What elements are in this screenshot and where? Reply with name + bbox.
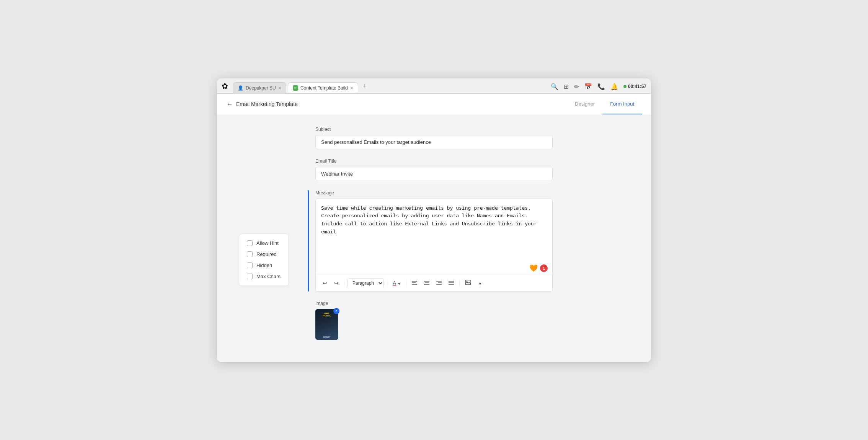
align-right-icon xyxy=(436,280,442,286)
toolbar-divider-4 xyxy=(459,280,460,287)
tab2-label: Content Template Build xyxy=(300,85,348,91)
subject-label: Subject xyxy=(315,127,553,132)
tab2-close-icon[interactable]: × xyxy=(350,85,353,91)
browser-chrome: ✿ 👤 Deepakper SU × ✏ Content Template Bu… xyxy=(217,78,651,94)
align-right-button[interactable] xyxy=(434,279,444,288)
calendar-icon[interactable]: 📅 xyxy=(584,83,592,90)
form-container: Allow Hint Required Hidden Max Chars Sub… xyxy=(315,127,553,341)
browser-actions: 🔍 ⊞ ✏ 📅 📞 🔔 00:41:57 xyxy=(551,83,646,90)
heart-icon[interactable]: 🧡 xyxy=(529,264,538,272)
sidebar-checkboxes: Allow Hint Required Hidden Max Chars xyxy=(239,234,289,286)
tab1-label: Deepakper SU xyxy=(246,85,276,91)
allow-hint-checkbox[interactable] xyxy=(247,240,253,246)
hidden-label: Hidden xyxy=(256,262,272,268)
hidden-checkbox[interactable] xyxy=(247,262,253,268)
back-nav[interactable]: ← Email Marketing Template xyxy=(226,100,298,108)
subject-field-group: Subject xyxy=(315,127,553,149)
align-justify-button[interactable] xyxy=(446,279,456,288)
image-toolbar-button[interactable] xyxy=(463,278,473,288)
redo-button[interactable]: ↪ xyxy=(332,279,341,288)
browser-window: ✿ 👤 Deepakper SU × ✏ Content Template Bu… xyxy=(217,78,651,362)
tab-designer[interactable]: Designer xyxy=(567,94,602,114)
toolbar-divider-3 xyxy=(406,280,406,287)
align-justify-icon xyxy=(449,280,454,286)
message-label: Message xyxy=(315,190,553,196)
image-preview-disney: DISNEY xyxy=(315,336,338,338)
message-container: Save time while creating marketing email… xyxy=(315,199,553,292)
checkbox-allow-hint[interactable]: Allow Hint xyxy=(247,240,281,246)
email-title-label: Email Title xyxy=(315,158,553,164)
font-color-chevron: ▼ xyxy=(397,282,401,286)
allow-hint-label: Allow Hint xyxy=(256,240,279,246)
tab-form-input[interactable]: Form Input xyxy=(602,94,642,114)
checkbox-hidden[interactable]: Hidden xyxy=(247,262,281,268)
app-header: ← Email Marketing Template Designer Form… xyxy=(217,94,651,115)
browser-tab-1[interactable]: 👤 Deepakper SU × xyxy=(233,82,286,93)
required-checkbox[interactable] xyxy=(247,251,253,257)
image-toolbar-icon xyxy=(465,280,471,286)
header-tabs: Designer Form Input xyxy=(567,94,642,114)
checkbox-max-chars[interactable]: Max Chars xyxy=(247,274,281,279)
tab2-icon: ✏ xyxy=(293,85,298,91)
message-count-badge: 1 xyxy=(540,264,548,272)
add-tab-button[interactable]: + xyxy=(360,81,370,91)
grid-icon[interactable]: ⊞ xyxy=(564,83,569,90)
browser-tab-2[interactable]: ✏ Content Template Build × xyxy=(288,82,358,93)
align-left-icon xyxy=(412,280,417,286)
message-toolbar: ↩ ↪ Paragraph Heading 1 Heading 2 A ▼ xyxy=(316,275,552,291)
image-field-group: Image OWLHOUSE DISNEY × xyxy=(315,301,553,341)
align-center-button[interactable] xyxy=(422,279,432,288)
bell-icon[interactable]: 🔔 xyxy=(610,83,618,90)
search-icon[interactable]: 🔍 xyxy=(551,83,558,90)
message-icons-row: 🧡 1 xyxy=(316,262,552,275)
image-remove-button[interactable]: × xyxy=(333,308,339,314)
message-field-group: Message Save time while creating marketi… xyxy=(315,190,553,292)
max-chars-checkbox[interactable] xyxy=(247,274,253,279)
tab1-close-icon[interactable]: × xyxy=(278,85,281,91)
back-arrow-icon: ← xyxy=(226,100,233,108)
required-label: Required xyxy=(256,251,277,257)
main-content: Allow Hint Required Hidden Max Chars Sub… xyxy=(217,115,651,362)
image-label: Image xyxy=(315,301,553,306)
more-options-button[interactable]: ▼ xyxy=(476,279,484,288)
message-left-border xyxy=(308,190,309,292)
email-title-input[interactable] xyxy=(315,167,553,181)
timer-value: 00:41:57 xyxy=(628,84,646,89)
undo-button[interactable]: ↩ xyxy=(320,279,330,288)
tab1-user-icon: 👤 xyxy=(238,85,243,91)
message-textarea[interactable]: Save time while creating marketing email… xyxy=(316,199,552,260)
align-center-icon xyxy=(424,280,429,286)
page-title: Email Marketing Template xyxy=(236,101,298,107)
edit-icon[interactable]: ✏ xyxy=(574,83,579,90)
timer-badge: 00:41:57 xyxy=(623,84,646,89)
subject-input[interactable] xyxy=(315,135,553,149)
phone-icon[interactable]: 📞 xyxy=(597,83,605,90)
font-color-button[interactable]: A ▼ xyxy=(390,279,403,288)
max-chars-label: Max Chars xyxy=(256,274,281,279)
toolbar-divider-1 xyxy=(344,280,344,287)
align-left-button[interactable] xyxy=(410,279,419,288)
timer-dot xyxy=(623,85,627,88)
email-title-field-group: Email Title xyxy=(315,158,553,181)
browser-logo: ✿ xyxy=(222,81,228,91)
toolbar-divider-2 xyxy=(387,280,387,287)
font-color-icon: A xyxy=(393,280,396,286)
more-options-icon: ▼ xyxy=(478,282,482,286)
checkbox-required[interactable]: Required xyxy=(247,251,281,257)
paragraph-select[interactable]: Paragraph Heading 1 Heading 2 xyxy=(348,278,384,288)
